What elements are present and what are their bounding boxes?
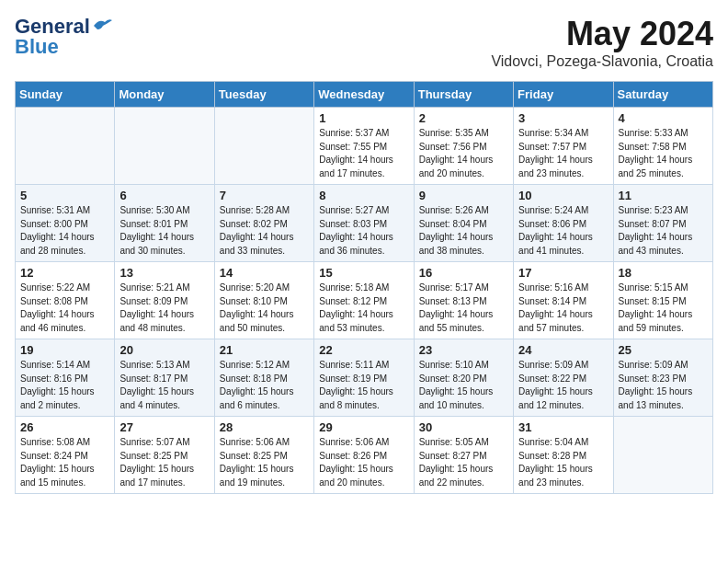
cell-info: Sunrise: 5:14 AMSunset: 8:16 PMDaylight:… <box>20 359 109 412</box>
calendar-cell: 10Sunrise: 5:24 AMSunset: 8:06 PMDayligh… <box>514 185 613 262</box>
week-row-2: 5Sunrise: 5:31 AMSunset: 8:00 PMDaylight… <box>16 185 713 262</box>
day-number: 23 <box>419 343 508 357</box>
calendar-cell: 2Sunrise: 5:35 AMSunset: 7:56 PMDaylight… <box>414 108 513 185</box>
month-title: May 2024 <box>491 15 713 53</box>
location: Vidovci, Pozega-Slavonia, Croatia <box>491 53 713 70</box>
cell-info: Sunrise: 5:05 AMSunset: 8:27 PMDaylight:… <box>419 436 508 489</box>
day-number: 18 <box>619 266 708 280</box>
calendar-table: SundayMondayTuesdayWednesdayThursdayFrid… <box>15 81 713 494</box>
cell-info: Sunrise: 5:33 AMSunset: 7:58 PMDaylight:… <box>619 127 708 180</box>
day-number: 22 <box>319 343 408 357</box>
calendar-cell: 6Sunrise: 5:30 AMSunset: 8:01 PMDaylight… <box>115 185 214 262</box>
week-row-5: 26Sunrise: 5:08 AMSunset: 8:24 PMDayligh… <box>16 417 713 494</box>
calendar-cell: 1Sunrise: 5:37 AMSunset: 7:55 PMDaylight… <box>314 108 414 185</box>
header-row: SundayMondayTuesdayWednesdayThursdayFrid… <box>16 82 713 108</box>
logo-blue: Blue <box>15 35 59 59</box>
col-header-friday: Friday <box>514 82 613 108</box>
cell-info: Sunrise: 5:22 AMSunset: 8:08 PMDaylight:… <box>20 282 109 335</box>
calendar-cell: 13Sunrise: 5:21 AMSunset: 8:09 PMDayligh… <box>115 262 214 339</box>
calendar-cell: 31Sunrise: 5:04 AMSunset: 8:28 PMDayligh… <box>514 417 613 494</box>
calendar-cell: 24Sunrise: 5:09 AMSunset: 8:22 PMDayligh… <box>514 339 613 417</box>
week-row-4: 19Sunrise: 5:14 AMSunset: 8:16 PMDayligh… <box>16 339 713 417</box>
calendar-cell: 25Sunrise: 5:09 AMSunset: 8:23 PMDayligh… <box>613 339 712 417</box>
calendar-cell: 26Sunrise: 5:08 AMSunset: 8:24 PMDayligh… <box>16 417 115 494</box>
page-header: General Blue May 2024 Vidovci, Pozega-Sl… <box>15 15 713 70</box>
col-header-monday: Monday <box>115 82 214 108</box>
day-number: 12 <box>20 266 109 280</box>
cell-info: Sunrise: 5:13 AMSunset: 8:17 PMDaylight:… <box>119 359 209 412</box>
cell-info: Sunrise: 5:37 AMSunset: 7:55 PMDaylight:… <box>319 127 408 180</box>
day-number: 30 <box>419 420 508 434</box>
day-number: 6 <box>119 189 209 202</box>
calendar-cell <box>214 108 313 185</box>
calendar-cell: 22Sunrise: 5:11 AMSunset: 8:19 PMDayligh… <box>314 339 414 417</box>
day-number: 16 <box>419 266 508 280</box>
week-row-1: 1Sunrise: 5:37 AMSunset: 7:55 PMDaylight… <box>16 108 713 185</box>
calendar-cell <box>16 108 115 185</box>
cell-info: Sunrise: 5:08 AMSunset: 8:24 PMDaylight:… <box>20 436 109 489</box>
calendar-cell: 15Sunrise: 5:18 AMSunset: 8:12 PMDayligh… <box>314 262 414 339</box>
cell-info: Sunrise: 5:16 AMSunset: 8:14 PMDaylight:… <box>518 282 608 335</box>
cell-info: Sunrise: 5:12 AMSunset: 8:18 PMDaylight:… <box>220 359 309 412</box>
title-block: May 2024 Vidovci, Pozega-Slavonia, Croat… <box>491 15 713 70</box>
day-number: 28 <box>220 420 309 434</box>
calendar-cell <box>115 108 214 185</box>
calendar-cell: 18Sunrise: 5:15 AMSunset: 8:15 PMDayligh… <box>613 262 712 339</box>
calendar-cell: 14Sunrise: 5:20 AMSunset: 8:10 PMDayligh… <box>214 262 313 339</box>
calendar-cell: 17Sunrise: 5:16 AMSunset: 8:14 PMDayligh… <box>514 262 613 339</box>
cell-info: Sunrise: 5:06 AMSunset: 8:25 PMDaylight:… <box>220 436 309 489</box>
calendar-cell: 5Sunrise: 5:31 AMSunset: 8:00 PMDaylight… <box>16 185 115 262</box>
calendar-cell <box>613 417 712 494</box>
day-number: 11 <box>619 189 708 202</box>
week-row-3: 12Sunrise: 5:22 AMSunset: 8:08 PMDayligh… <box>16 262 713 339</box>
calendar-cell: 27Sunrise: 5:07 AMSunset: 8:25 PMDayligh… <box>115 417 214 494</box>
day-number: 9 <box>419 189 508 202</box>
day-number: 13 <box>119 266 209 280</box>
cell-info: Sunrise: 5:24 AMSunset: 8:06 PMDaylight:… <box>518 204 608 258</box>
cell-info: Sunrise: 5:28 AMSunset: 8:02 PMDaylight:… <box>220 204 309 258</box>
cell-info: Sunrise: 5:30 AMSunset: 8:01 PMDaylight:… <box>119 204 209 258</box>
day-number: 17 <box>518 266 608 280</box>
col-header-saturday: Saturday <box>613 82 712 108</box>
day-number: 3 <box>518 111 608 125</box>
cell-info: Sunrise: 5:23 AMSunset: 8:07 PMDaylight:… <box>619 204 708 258</box>
calendar-cell: 28Sunrise: 5:06 AMSunset: 8:25 PMDayligh… <box>214 417 313 494</box>
col-header-tuesday: Tuesday <box>214 82 313 108</box>
day-number: 7 <box>220 189 309 202</box>
day-number: 10 <box>518 189 608 202</box>
calendar-cell: 23Sunrise: 5:10 AMSunset: 8:20 PMDayligh… <box>414 339 513 417</box>
cell-info: Sunrise: 5:35 AMSunset: 7:56 PMDaylight:… <box>419 127 508 180</box>
calendar-cell: 16Sunrise: 5:17 AMSunset: 8:13 PMDayligh… <box>414 262 513 339</box>
cell-info: Sunrise: 5:18 AMSunset: 8:12 PMDaylight:… <box>319 282 408 335</box>
col-header-wednesday: Wednesday <box>314 82 414 108</box>
cell-info: Sunrise: 5:11 AMSunset: 8:19 PMDaylight:… <box>319 359 408 412</box>
cell-info: Sunrise: 5:26 AMSunset: 8:04 PMDaylight:… <box>419 204 508 258</box>
day-number: 19 <box>20 343 109 357</box>
calendar-cell: 20Sunrise: 5:13 AMSunset: 8:17 PMDayligh… <box>115 339 214 417</box>
col-header-sunday: Sunday <box>16 82 115 108</box>
day-number: 1 <box>319 111 408 125</box>
calendar-cell: 29Sunrise: 5:06 AMSunset: 8:26 PMDayligh… <box>314 417 414 494</box>
cell-info: Sunrise: 5:09 AMSunset: 8:23 PMDaylight:… <box>619 359 708 412</box>
logo-bird-icon <box>92 17 112 33</box>
cell-info: Sunrise: 5:06 AMSunset: 8:26 PMDaylight:… <box>319 436 408 489</box>
day-number: 20 <box>119 343 209 357</box>
calendar-cell: 30Sunrise: 5:05 AMSunset: 8:27 PMDayligh… <box>414 417 513 494</box>
calendar-cell: 12Sunrise: 5:22 AMSunset: 8:08 PMDayligh… <box>16 262 115 339</box>
cell-info: Sunrise: 5:04 AMSunset: 8:28 PMDaylight:… <box>518 436 608 489</box>
day-number: 14 <box>220 266 309 280</box>
calendar-cell: 11Sunrise: 5:23 AMSunset: 8:07 PMDayligh… <box>613 185 712 262</box>
day-number: 2 <box>419 111 508 125</box>
day-number: 24 <box>518 343 608 357</box>
calendar-cell: 9Sunrise: 5:26 AMSunset: 8:04 PMDaylight… <box>414 185 513 262</box>
day-number: 21 <box>220 343 309 357</box>
day-number: 8 <box>319 189 408 202</box>
day-number: 4 <box>619 111 708 125</box>
day-number: 31 <box>518 420 608 434</box>
cell-info: Sunrise: 5:10 AMSunset: 8:20 PMDaylight:… <box>419 359 508 412</box>
day-number: 29 <box>319 420 408 434</box>
cell-info: Sunrise: 5:15 AMSunset: 8:15 PMDaylight:… <box>619 282 708 335</box>
calendar-cell: 3Sunrise: 5:34 AMSunset: 7:57 PMDaylight… <box>514 108 613 185</box>
cell-info: Sunrise: 5:21 AMSunset: 8:09 PMDaylight:… <box>119 282 209 335</box>
day-number: 25 <box>619 343 708 357</box>
